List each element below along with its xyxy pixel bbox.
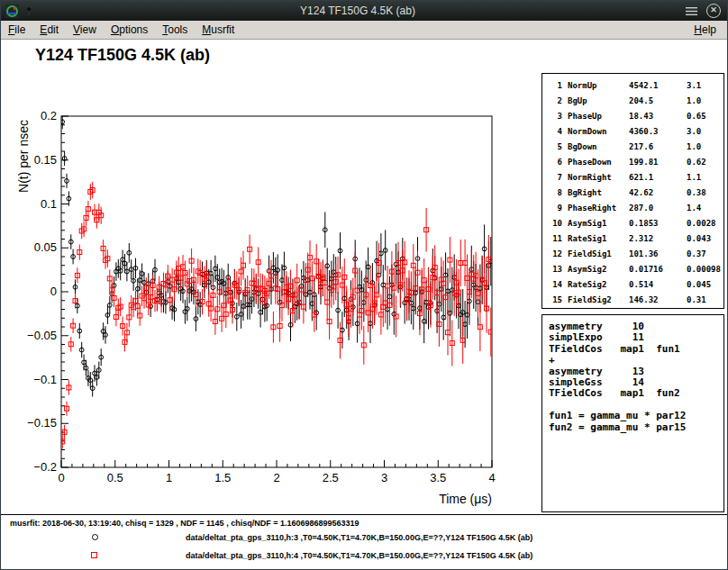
pin-icon[interactable] xyxy=(23,5,34,17)
menu-icon[interactable] xyxy=(686,7,697,15)
menu-item-file[interactable]: File xyxy=(1,22,32,38)
menu-items: FileEditViewOptionsToolsMusrfit xyxy=(1,22,241,38)
param-row: 9PhaseRight287.01.4 xyxy=(542,201,723,216)
theory-line: TFieldCos map1 fun1 xyxy=(549,344,723,355)
theory-line: + xyxy=(549,355,723,366)
x-tick-labels: 00.511.522.533.54 xyxy=(58,471,495,484)
param-row: 12FieldSig1101.360.37 xyxy=(542,247,723,262)
x-axis xyxy=(61,460,492,467)
svg-text:2.5: 2.5 xyxy=(323,471,339,484)
svg-text:0.2: 0.2 xyxy=(41,109,57,122)
menu-item-edit[interactable]: Edit xyxy=(32,22,66,38)
svg-text:0.1: 0.1 xyxy=(41,197,57,211)
menu-item-help[interactable]: Help xyxy=(687,22,723,38)
footer-separator xyxy=(1,514,727,515)
param-row: 3PhaseUp18.430.65 xyxy=(542,109,723,124)
theory-line: simplExpo 11 xyxy=(549,332,723,343)
param-row: 14RateSig20.5140.045 xyxy=(542,277,723,293)
legend-text: data/deltat_pta_gps_3110,h:3 ,T0=4.50K,T… xyxy=(186,533,532,542)
y-axis xyxy=(61,116,68,467)
svg-text:−0.15: −0.15 xyxy=(27,416,57,430)
menu-item-tools[interactable]: Tools xyxy=(155,22,195,38)
svg-text:1.5: 1.5 xyxy=(214,471,231,484)
param-row: 7NormRight621.11.1 xyxy=(542,170,723,185)
svg-text:3.5: 3.5 xyxy=(430,471,446,484)
menu-item-options[interactable]: Options xyxy=(104,22,155,38)
menu-item-view[interactable]: View xyxy=(66,22,104,38)
svg-text:−0.2: −0.2 xyxy=(33,460,57,474)
series-black-circles xyxy=(60,115,493,397)
circle-marker-icon xyxy=(92,534,98,540)
param-row: 6PhaseDown199.810.62 xyxy=(542,155,723,170)
square-marker-icon xyxy=(91,552,97,558)
param-row: 10AsymSig10.18530.0028 xyxy=(542,216,723,231)
svg-text:0.15: 0.15 xyxy=(34,153,57,167)
x-axis-title: Time (μs) xyxy=(439,492,492,506)
param-row: 2BgUp204.51.0 xyxy=(542,94,723,109)
menu-item-musrfit[interactable]: Musrfit xyxy=(195,22,241,38)
param-row: 8BgRight42.620.38 xyxy=(542,185,723,201)
titlebar[interactable]: Y124 TF150G 4.5K (ab) ✕ xyxy=(1,1,727,21)
theory-line: fun1 = gamma_mu * par12 xyxy=(549,411,723,421)
svg-text:1: 1 xyxy=(166,471,172,484)
theory-box: asymmetry 10simplExpo 11TFieldCos map1 f… xyxy=(541,314,724,512)
close-icon[interactable]: ✕ xyxy=(706,4,721,18)
window-title: Y124 TF150G 4.5K (ab) xyxy=(34,5,681,17)
plot-canvas[interactable]: 00.511.522.533.54−0.2−0.15−0.1−0.0500.05… xyxy=(10,80,532,521)
param-row: 4NormDown4360.33.0 xyxy=(542,124,723,140)
application-window: Y124 TF150G 4.5K (ab) ✕ FileEditViewOpti… xyxy=(0,0,728,570)
theory-line: TFieldCos map1 fun2 xyxy=(549,388,723,399)
app-icon[interactable] xyxy=(5,5,19,18)
svg-text:−0.1: −0.1 xyxy=(33,373,57,386)
svg-text:3: 3 xyxy=(381,471,387,484)
svg-text:−0.05: −0.05 xyxy=(27,329,57,342)
svg-text:0: 0 xyxy=(58,471,64,484)
param-row: 1NormUp4542.13.1 xyxy=(542,78,723,94)
y-tick-labels: −0.2−0.15−0.1−0.0500.050.10.150.2 xyxy=(27,109,57,474)
theory-line: fun2 = gamma_mu * par15 xyxy=(549,422,723,433)
param-row: 15FieldSig2146.320.31 xyxy=(542,293,723,308)
menubar: FileEditViewOptionsToolsMusrfit Help xyxy=(1,21,727,40)
legend-row: data/deltat_pta_gps_3110,h:4 ,T0=4.50K,T… xyxy=(1,550,727,561)
svg-text:0.5: 0.5 xyxy=(107,471,123,484)
fit-status-line: musrfit: 2018-06-30, 13:19:40, chisq = 1… xyxy=(10,519,359,528)
svg-text:4: 4 xyxy=(488,471,495,484)
legend-text: data/deltat_pta_gps_3110,h:4 ,T0=4.50K,T… xyxy=(186,551,532,560)
y-axis-title: N(t) per nsec xyxy=(16,120,31,193)
svg-text:0: 0 xyxy=(50,285,57,298)
param-row: 5BgDown217.61.0 xyxy=(542,140,723,155)
page-title: Y124 TF150G 4.5K (ab) xyxy=(35,46,210,65)
svg-text:0.05: 0.05 xyxy=(34,240,57,254)
svg-text:2: 2 xyxy=(273,471,279,484)
legend-row: data/deltat_pta_gps_3110,h:3 ,T0=4.50K,T… xyxy=(1,532,727,543)
param-row: 13AsymSig20.017160.00098 xyxy=(542,262,723,277)
param-row: 11RateSig12.3120.043 xyxy=(542,231,723,247)
parameter-table: 1NormUp4542.13.12BgUp204.51.03PhaseUp18.… xyxy=(541,73,724,309)
